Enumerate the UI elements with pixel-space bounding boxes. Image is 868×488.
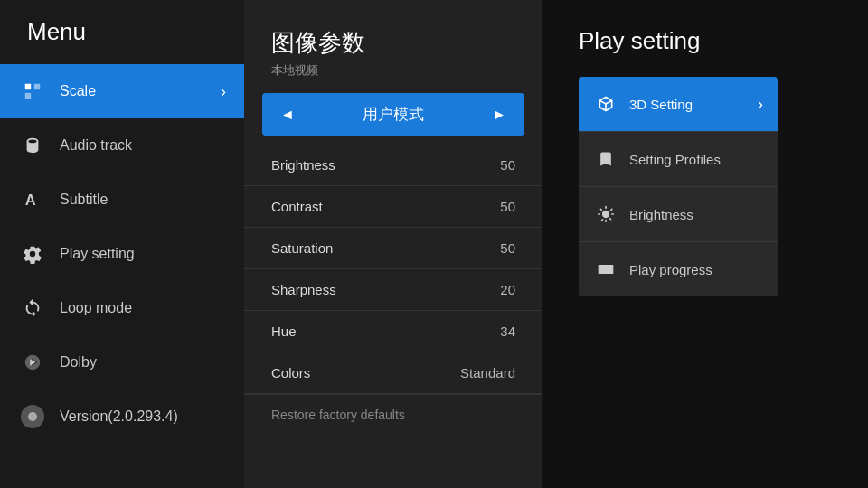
svg-rect-0 (25, 84, 31, 89)
right-menu-item-3d-label: 3D Setting (629, 97, 693, 112)
menu-item-audio-label: Audio track (60, 137, 132, 154)
menu-item-audio[interactable]: Audio track (0, 118, 244, 173)
loop-icon (18, 294, 47, 323)
setting-value-saturation: 50 (500, 240, 515, 256)
setting-row-brightness[interactable]: Brightness 50 (244, 145, 542, 186)
setting-value-colors: Standard (460, 365, 515, 380)
setting-value-hue: 34 (500, 324, 515, 339)
setting-value-contrast: 50 (500, 199, 515, 214)
middle-panel-subtitle: 本地视频 (271, 62, 515, 79)
menu-item-subtitle[interactable]: A Subtitle (0, 173, 244, 227)
left-panel-title: Menu (0, 18, 244, 64)
chevron-right-icon: › (221, 82, 226, 101)
restore-defaults-row[interactable]: Restore factory defaults (244, 394, 542, 435)
menu-item-dolby[interactable]: Dolby (0, 335, 244, 389)
svg-rect-2 (25, 93, 31, 99)
restore-label: Restore factory defaults (271, 408, 405, 422)
right-menu-item-brightness-label: Brightness (629, 207, 693, 222)
audio-icon (18, 131, 47, 160)
svg-text:A: A (25, 192, 36, 208)
setting-label-contrast: Contrast (271, 199, 323, 214)
menu-item-play-setting-label: Play setting (60, 246, 135, 262)
menu-item-version-label: Version(2.0.293.4) (60, 408, 178, 425)
menu-item-scale[interactable]: Scale › (0, 64, 244, 118)
setting-row-contrast[interactable]: Contrast 50 (244, 186, 542, 228)
bookmark-icon (593, 146, 618, 172)
version-icon (18, 402, 47, 431)
right-menu: 3D Setting › Setting Profiles Brightness… (579, 77, 778, 296)
setting-row-hue[interactable]: Hue 34 (244, 311, 542, 352)
menu-item-play-setting[interactable]: Play setting (0, 227, 244, 281)
right-arrow-icon[interactable]: ► (492, 107, 506, 123)
right-menu-item-profiles-label: Setting Profiles (629, 152, 721, 167)
setting-row-colors[interactable]: Colors Standard (244, 352, 542, 394)
setting-row-saturation[interactable]: Saturation 50 (244, 228, 542, 269)
setting-row-sharpness[interactable]: Sharpness 20 (244, 269, 542, 311)
gear-icon (18, 239, 47, 268)
brightness-icon (593, 202, 618, 227)
setting-label-brightness: Brightness (271, 157, 335, 173)
left-menu-panel: Menu Scale › Audio track A Subtitle Play… (0, 0, 244, 488)
left-arrow-icon[interactable]: ◄ (280, 107, 295, 123)
setting-label-colors: Colors (271, 365, 310, 380)
right-menu-item-play-progress-label: Play progress (629, 262, 712, 277)
dolby-icon (18, 348, 47, 377)
right-menu-item-3d-setting[interactable]: 3D Setting › (579, 77, 778, 132)
setting-value-sharpness: 20 (500, 282, 515, 297)
right-panel: Play setting 3D Setting › Setting Profil… (542, 0, 868, 488)
settings-list: Brightness 50 Contrast 50 Saturation 50 … (244, 145, 542, 488)
cube-icon (593, 91, 618, 117)
setting-value-brightness: 50 (500, 157, 515, 173)
right-menu-item-play-progress[interactable]: Play progress (579, 242, 778, 296)
menu-item-scale-label: Scale (60, 83, 96, 99)
setting-label-sharpness: Sharpness (271, 282, 336, 297)
middle-panel-title: 图像参数 (271, 27, 515, 59)
menu-item-loop-mode-label: Loop mode (60, 300, 132, 316)
svg-rect-1 (34, 84, 40, 89)
right-panel-title: Play setting (579, 27, 832, 55)
setting-label-saturation: Saturation (271, 240, 333, 256)
menu-item-subtitle-label: Subtitle (60, 192, 108, 208)
middle-panel: 图像参数 本地视频 ◄ 用户模式 ► Brightness 50 Contras… (244, 0, 542, 488)
mode-label: 用户模式 (363, 104, 424, 125)
play-progress-icon (593, 257, 618, 282)
right-menu-item-brightness[interactable]: Brightness (579, 187, 778, 242)
middle-header: 图像参数 本地视频 (244, 0, 542, 93)
right-menu-item-setting-profiles[interactable]: Setting Profiles (579, 132, 778, 187)
menu-item-loop-mode[interactable]: Loop mode (0, 281, 244, 335)
subtitle-icon: A (18, 185, 47, 214)
menu-item-version: Version(2.0.293.4) (0, 389, 244, 444)
mode-selector[interactable]: ◄ 用户模式 ► (262, 93, 524, 136)
menu-item-dolby-label: Dolby (60, 354, 97, 371)
setting-label-hue: Hue (271, 324, 297, 339)
chevron-right-icon: › (758, 95, 763, 114)
scale-icon (18, 77, 47, 106)
